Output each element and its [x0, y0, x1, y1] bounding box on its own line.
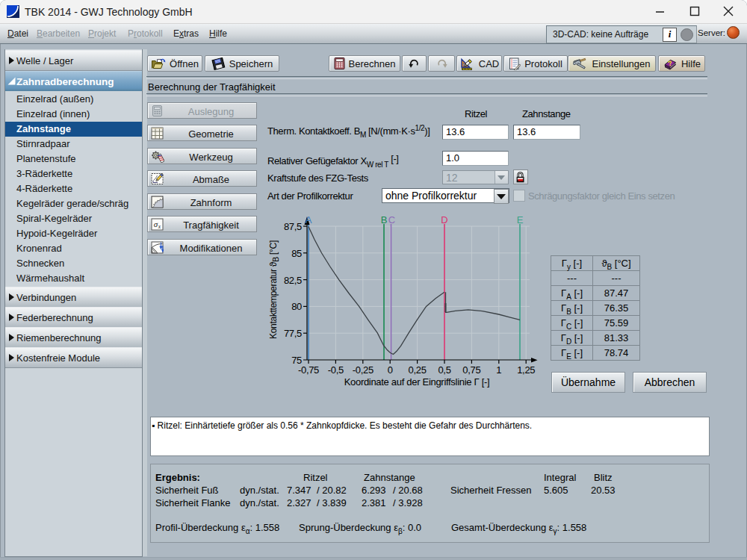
svg-text:1,25: 1,25	[517, 364, 535, 376]
svg-text:0,75: 0,75	[462, 364, 480, 376]
svg-text:-0,25: -0,25	[353, 364, 374, 376]
svg-text:82,5: 82,5	[284, 275, 302, 286]
svg-text:D: D	[441, 214, 447, 225]
svg-text:85: 85	[291, 248, 302, 259]
svg-text:0: 0	[388, 364, 393, 376]
svg-text:B: B	[381, 214, 388, 225]
svg-text:E: E	[517, 214, 524, 225]
svg-text:C: C	[388, 214, 395, 225]
svg-text:Kontakttemperatur ϑB [°C]: Kontakttemperatur ϑB [°C]	[268, 240, 280, 339]
svg-text:1: 1	[496, 364, 501, 376]
svg-text:80: 80	[291, 301, 302, 312]
svg-text:77,5: 77,5	[284, 328, 302, 339]
svg-text:?: ?	[667, 59, 673, 68]
svg-text:A: A	[306, 214, 312, 225]
svg-text:0,5: 0,5	[438, 364, 450, 376]
svg-text:x: x	[158, 223, 161, 230]
svg-text:87,5: 87,5	[284, 221, 302, 232]
svg-text:0,25: 0,25	[409, 364, 427, 376]
svg-text:-0,5: -0,5	[328, 364, 344, 376]
svg-text:-0,75: -0,75	[298, 364, 319, 376]
svg-text:Koordinate auf der Eingriffsli: Koordinate auf der Eingriffslinie Γ [-]	[344, 376, 490, 388]
